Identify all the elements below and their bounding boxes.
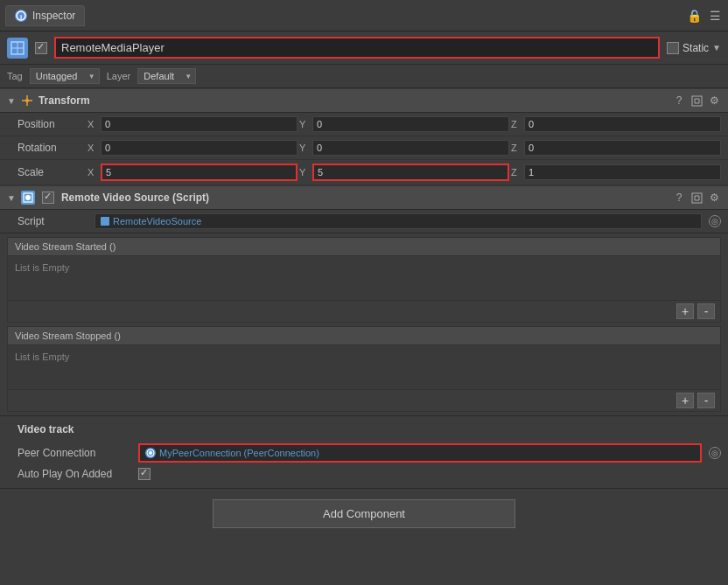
tag-select-wrapper: Untagged bbox=[30, 68, 100, 84]
script-file-icon bbox=[101, 217, 109, 226]
rotation-z-input[interactable] bbox=[524, 140, 721, 156]
inspector-icon: i bbox=[15, 10, 27, 22]
active-checkbox[interactable] bbox=[35, 42, 47, 54]
peer-connection-row: Peer Connection MyPeerConnection (PeerCo… bbox=[18, 441, 721, 465]
rotation-label: Rotation bbox=[18, 142, 88, 154]
event2-body: List is Empty bbox=[8, 345, 720, 389]
rotation-y-field: Y bbox=[299, 140, 509, 156]
script-value: RemoteVideoSource bbox=[113, 216, 201, 226]
event1-header: Video Stream Started () bbox=[8, 238, 720, 256]
tag-label: Tag bbox=[7, 71, 23, 81]
remote-video-prefab-icon[interactable] bbox=[690, 191, 704, 205]
add-component-area: Add Component bbox=[0, 488, 728, 539]
static-checkbox[interactable] bbox=[667, 42, 679, 54]
layer-label: Layer bbox=[107, 71, 131, 81]
event2-header: Video Stream Stopped () bbox=[8, 327, 720, 345]
scale-x-letter: X bbox=[88, 167, 98, 178]
remote-video-section-icons: ? ⚙ bbox=[672, 191, 721, 205]
pos-y-letter: Y bbox=[299, 119, 310, 129]
position-xyz-group: X Y Z bbox=[88, 116, 721, 132]
remote-video-gear-icon[interactable]: ⚙ bbox=[707, 191, 721, 205]
peer-connection-target-circle[interactable]: ◎ bbox=[709, 447, 721, 459]
rotation-z-field: Z bbox=[511, 140, 721, 156]
scale-z-letter: Z bbox=[511, 167, 522, 178]
remote-video-enabled-checkbox[interactable] bbox=[42, 192, 54, 204]
rot-x-letter: X bbox=[88, 143, 98, 153]
transform-section-icon bbox=[21, 94, 33, 107]
auto-play-field bbox=[138, 468, 721, 480]
header-icons-group: 🔒 ☰ bbox=[686, 8, 723, 24]
peer-connection-label: Peer Connection bbox=[18, 447, 131, 459]
remote-video-help-icon[interactable]: ? bbox=[672, 191, 686, 205]
scale-xyz-group: X Y Z bbox=[88, 164, 721, 181]
peer-connection-value: MyPeerConnection (PeerConnection) bbox=[159, 448, 319, 458]
menu-icon[interactable]: ☰ bbox=[707, 8, 723, 24]
event1-add-btn[interactable]: + bbox=[676, 303, 694, 319]
rot-z-letter: Z bbox=[511, 143, 522, 153]
svg-point-13 bbox=[149, 451, 152, 455]
transform-help-icon[interactable]: ? bbox=[672, 94, 686, 108]
remote-video-collapse-arrow[interactable]: ▼ bbox=[7, 193, 16, 203]
position-z-input[interactable] bbox=[524, 116, 721, 132]
layer-select[interactable]: Default bbox=[137, 68, 196, 84]
svg-text:i: i bbox=[20, 12, 22, 20]
rotation-x-field: X bbox=[88, 140, 298, 156]
transform-gear-icon[interactable]: ⚙ bbox=[707, 94, 721, 108]
position-label: Position bbox=[18, 118, 88, 130]
position-z-field: Z bbox=[511, 116, 721, 132]
remote-video-title: Remote Video Source (Script) bbox=[61, 192, 209, 204]
rot-y-letter: Y bbox=[299, 143, 310, 153]
svg-rect-8 bbox=[692, 96, 702, 106]
scale-row: Scale X Y Z bbox=[0, 160, 728, 185]
remote-video-section-icon bbox=[21, 191, 35, 205]
event2-add-btn[interactable]: + bbox=[676, 393, 694, 408]
transform-collapse-arrow[interactable]: ▼ bbox=[7, 96, 16, 106]
transform-section: Position X Y Z Rotation X Y bbox=[0, 113, 728, 185]
event2-remove-btn[interactable]: - bbox=[697, 393, 715, 408]
svg-rect-11 bbox=[692, 193, 702, 203]
tab-title-label: Inspector bbox=[32, 10, 75, 22]
event2-empty-label: List is Empty bbox=[15, 352, 69, 362]
scale-z-input[interactable] bbox=[524, 164, 721, 180]
peer-connection-field: MyPeerConnection (PeerConnection) bbox=[138, 443, 702, 463]
event1-remove-btn[interactable]: - bbox=[697, 303, 715, 319]
tag-select[interactable]: Untagged bbox=[30, 68, 100, 84]
transform-section-header: ▼ Transform ? ⚙ bbox=[0, 88, 728, 113]
static-dropdown-arrow[interactable]: ▼ bbox=[712, 43, 721, 52]
scale-x-input[interactable] bbox=[101, 164, 298, 181]
object-type-icon bbox=[7, 38, 28, 59]
svg-point-10 bbox=[25, 195, 31, 200]
rotation-y-input[interactable] bbox=[312, 140, 509, 156]
script-target-circle[interactable]: ◎ bbox=[709, 215, 721, 227]
event-panel-1: Video Stream Started () List is Empty + … bbox=[7, 237, 721, 323]
tag-layer-row: Tag Untagged Layer Default bbox=[0, 65, 728, 88]
event1-footer: + - bbox=[8, 300, 720, 322]
tab-label[interactable]: i Inspector bbox=[5, 5, 85, 26]
position-row: Position X Y Z bbox=[0, 113, 728, 136]
transform-title: Transform bbox=[38, 94, 90, 107]
rotation-x-input[interactable] bbox=[101, 140, 298, 156]
inspector-tab: i Inspector 🔒 ☰ bbox=[0, 0, 728, 31]
transform-prefab-icon[interactable] bbox=[690, 94, 704, 108]
scale-x-field: X bbox=[88, 164, 298, 181]
auto-play-label: Auto Play On Added bbox=[18, 468, 131, 480]
script-field: RemoteVideoSource bbox=[94, 213, 702, 229]
rotation-row: Rotation X Y Z bbox=[0, 136, 728, 160]
position-y-field: Y bbox=[299, 116, 509, 132]
object-row: Static ▼ bbox=[0, 31, 728, 65]
event2-footer: + - bbox=[8, 389, 720, 411]
object-name-field[interactable] bbox=[54, 37, 660, 59]
transform-section-icons: ? ⚙ bbox=[672, 94, 721, 108]
scale-y-input[interactable] bbox=[312, 164, 509, 181]
scale-y-letter: Y bbox=[299, 167, 310, 178]
position-y-input[interactable] bbox=[312, 116, 509, 132]
event1-empty-label: List is Empty bbox=[15, 262, 69, 273]
pos-x-letter: X bbox=[88, 119, 98, 129]
add-component-button[interactable]: Add Component bbox=[213, 499, 515, 528]
position-x-input[interactable] bbox=[101, 116, 298, 132]
static-area: Static ▼ bbox=[667, 42, 721, 54]
lock-icon[interactable]: 🔒 bbox=[686, 8, 702, 24]
auto-play-checkbox[interactable] bbox=[138, 468, 150, 480]
scale-label: Scale bbox=[18, 166, 88, 178]
scale-y-field: Y bbox=[299, 164, 509, 181]
